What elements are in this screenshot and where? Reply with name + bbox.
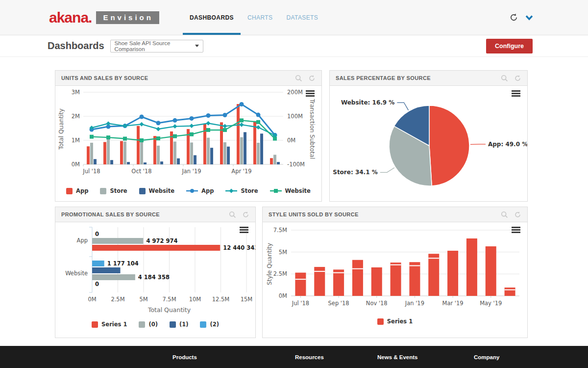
svg-text:Sep '18: Sep '18: [328, 300, 349, 307]
footer-link-resources[interactable]: Resources: [295, 354, 324, 360]
svg-text:-100M: -100M: [287, 161, 305, 168]
legend-item[interactable]: (1): [170, 321, 189, 328]
search-icon[interactable]: [501, 211, 508, 218]
svg-text:12 440 343: 12 440 343: [223, 244, 255, 251]
chart-menu-icon[interactable]: [306, 90, 315, 98]
panel-promotional-sales: PROMOTIONAL SALES BY SOURCE 0M2.5M5M7.5M…: [55, 207, 256, 338]
panel-header: SALES PERCENTAGE BY SOURCE: [330, 71, 527, 86]
legend-item[interactable]: (2): [200, 321, 219, 328]
refresh-icon[interactable]: [242, 211, 249, 218]
panel-sales-percentage: SALES PERCENTAGE BY SOURCE App: 49.0 %St…: [329, 70, 528, 202]
dashboard-selector[interactable]: Shoe Sale API Source Comparison: [110, 40, 203, 53]
svg-text:2M: 2M: [72, 113, 80, 120]
svg-text:App: App: [77, 237, 88, 244]
chart-menu-icon[interactable]: [512, 90, 520, 98]
refresh-icon[interactable]: [509, 13, 518, 22]
svg-text:1 177 104: 1 177 104: [107, 260, 139, 267]
footer-link-products[interactable]: Products: [172, 354, 197, 360]
chart-menu-icon[interactable]: [512, 227, 520, 234]
panel-header: STYLE UNITS SOLD BY SOURCE: [263, 207, 527, 222]
svg-text:Oct '18: Oct '18: [131, 168, 151, 175]
tab-charts[interactable]: CHARTS: [241, 0, 280, 35]
legend-item[interactable]: Website: [139, 187, 174, 194]
footer-link-company[interactable]: Company: [474, 354, 499, 360]
style-units-chart: 0M2.5M5M7.5MStyle QuantityJul '18Sep '18…: [263, 222, 527, 315]
svg-text:7.5M: 7.5M: [162, 296, 176, 303]
panel-units-and-sales: UNITS AND SALES BY SOURCE 0M1M2M3M-100M0…: [55, 70, 322, 202]
search-icon[interactable]: [229, 211, 236, 218]
caret-down-icon: [195, 45, 199, 47]
panel-style-units: STYLE UNITS SOLD BY SOURCE 0M2.5M5M7.5MS…: [262, 207, 528, 338]
tab-datasets[interactable]: DATASETS: [279, 0, 325, 35]
legend-item[interactable]: App: [66, 187, 88, 194]
chevron-down-icon[interactable]: [525, 15, 533, 21]
chart-legend: Series 1: [263, 318, 527, 325]
svg-text:Mar '19: Mar '19: [442, 300, 464, 307]
svg-text:Total Quantity: Total Quantity: [58, 108, 65, 150]
logo-akana: akana.: [49, 9, 92, 26]
legend-item[interactable]: App: [186, 187, 214, 194]
panel-header: UNITS AND SALES BY SOURCE: [55, 71, 321, 86]
page-title: Dashboards: [48, 40, 104, 52]
svg-text:May '19: May '19: [480, 300, 502, 307]
logo-envision-badge: Envision: [96, 11, 159, 24]
svg-text:0M: 0M: [287, 137, 295, 144]
svg-text:0M: 0M: [72, 161, 80, 168]
svg-text:0M: 0M: [88, 296, 96, 303]
promotional-sales-chart: 0M2.5M5M7.5M10M12.5M15M04 972 97412 440 …: [55, 222, 255, 318]
svg-text:1M: 1M: [72, 137, 80, 144]
svg-text:0: 0: [95, 231, 99, 237]
legend-item[interactable]: Series 1: [377, 318, 413, 325]
tab-dashboards[interactable]: DASHBOARDS: [183, 0, 241, 35]
svg-text:Website: Website: [65, 270, 88, 277]
configure-button[interactable]: Configure: [486, 39, 533, 53]
footer-link-news-events[interactable]: News & Events: [377, 354, 417, 360]
svg-text:5M: 5M: [139, 296, 147, 303]
panel-title: UNITS AND SALES BY SOURCE: [61, 75, 148, 81]
svg-text:Jul '18: Jul '18: [82, 168, 100, 175]
svg-text:Nov '18: Nov '18: [366, 300, 388, 307]
search-icon[interactable]: [295, 75, 302, 82]
svg-text:Transaction Subtotal: Transaction Subtotal: [309, 99, 316, 159]
svg-text:Total Quantity: Total Quantity: [147, 306, 191, 314]
chart-legend: Series 1(0)(1)(2): [55, 321, 255, 328]
svg-text:4 972 974: 4 972 974: [146, 237, 177, 244]
svg-text:Jul '18: Jul '18: [292, 300, 309, 307]
legend-item[interactable]: Store: [225, 187, 258, 194]
svg-text:2.5M: 2.5M: [273, 270, 287, 277]
svg-text:7.5M: 7.5M: [273, 227, 287, 234]
svg-text:100M: 100M: [287, 113, 303, 120]
panel-title: STYLE UNITS SOLD BY SOURCE: [269, 211, 359, 217]
svg-text:12.5M: 12.5M: [212, 296, 230, 303]
site-footer: Products Resources News & Events Company: [0, 346, 588, 368]
svg-text:Jan '19: Jan '19: [181, 168, 201, 175]
dashboard-toolbar: Dashboards Shoe Sale API Source Comparis…: [0, 35, 588, 57]
svg-text:4 184 358: 4 184 358: [138, 274, 170, 281]
svg-text:Jan '19: Jan '19: [405, 300, 424, 307]
units-sales-chart: 0M1M2M3M-100M0M100M200MTotal QuantityTra…: [55, 86, 321, 185]
svg-text:Store: 34.1 %: Store: 34.1 %: [333, 169, 377, 176]
sales-percentage-pie-chart: App: 49.0 %Store: 34.1 %Website: 16.9 %: [330, 86, 527, 202]
app-logo: akana. Envision: [49, 0, 159, 35]
chart-menu-icon[interactable]: [240, 227, 248, 234]
legend-item[interactable]: (0): [139, 321, 158, 328]
legend-item[interactable]: Website: [270, 187, 311, 194]
refresh-icon[interactable]: [514, 211, 521, 218]
svg-text:10M: 10M: [189, 296, 201, 303]
panel-title: SALES PERCENTAGE BY SOURCE: [336, 75, 431, 81]
dashboard-selector-value: Shoe Sale API Source Comparison: [115, 40, 195, 52]
svg-text:200M: 200M: [287, 89, 303, 96]
legend-item[interactable]: Series 1: [92, 321, 127, 328]
svg-text:App: 49.0 %: App: 49.0 %: [488, 141, 527, 148]
refresh-icon[interactable]: [514, 75, 521, 82]
svg-text:Style Quantity: Style Quantity: [266, 243, 273, 285]
legend-item[interactable]: Store: [100, 187, 127, 194]
refresh-icon[interactable]: [308, 75, 316, 82]
chart-legend: AppStoreWebsiteAppStoreWebsite: [55, 187, 321, 194]
main-nav-tabs: DASHBOARDS CHARTS DATASETS: [183, 0, 325, 35]
search-icon[interactable]: [501, 75, 508, 82]
dashboard-grid: UNITS AND SALES BY SOURCE 0M1M2M3M-100M0…: [0, 57, 588, 346]
panel-title: PROMOTIONAL SALES BY SOURCE: [61, 211, 160, 217]
svg-text:0M: 0M: [279, 292, 287, 299]
svg-text:3M: 3M: [72, 89, 80, 96]
